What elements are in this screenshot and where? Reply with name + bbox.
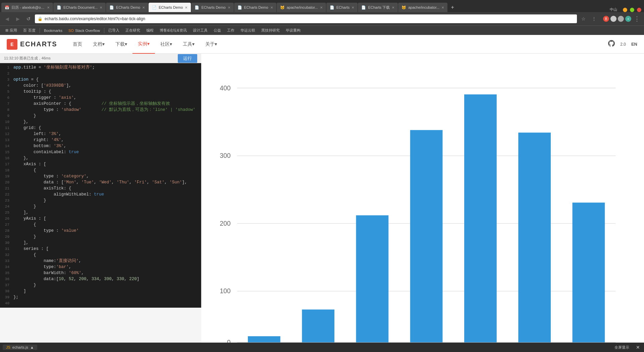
code-line-21: 21 axisTick: { [0,185,201,191]
reload-button[interactable]: ↺ [24,14,33,23]
svg-text:100: 100 [220,287,230,295]
code-line-39: 39 }; [0,294,201,300]
bookmark-research[interactable]: 正在研究 [123,27,143,34]
maximize-button[interactable] [630,8,634,12]
apps-icon: ⊞ [5,28,8,33]
nav-community-label: 社区▾ [160,41,172,47]
bookmarks-bar: ⊞ 应用 百 百度 Bookmarks SO Stack Overflow 已导… [0,26,644,35]
code-line-16: 16 }, [0,155,201,161]
tab-6-favicon: 📄 [237,5,242,10]
echarts-logo-icon: E [7,39,17,50]
code-line-15: 15 containLabel: true [0,149,201,155]
more-actions[interactable]: ⋮ [633,14,641,23]
tab-10-close[interactable]: ✕ [441,6,444,9]
tab-2-close[interactable]: ✕ [100,6,102,9]
bookmark-huayun[interactable]: 华运云联 [238,27,258,34]
tab-10[interactable]: 🐱 apache/incubator... ✕ [398,3,447,12]
main-content: 11:32:10 图表已生成，46ms 运行 1 app.title = '坐标… [0,54,644,343]
tab-8-close[interactable]: ✕ [352,6,354,9]
bookmark-charity[interactable]: 公益 [211,27,224,34]
close-button[interactable] [637,8,641,12]
stackoverflow-icon: SO [68,29,74,33]
lang-switch[interactable]: EN [631,42,637,47]
bookmark-star[interactable]: ☆ [579,14,588,23]
bottom-bar-close[interactable]: ✕ [635,345,641,350]
code-line-18: 18 { [0,167,201,173]
tab-9[interactable]: 📄 ECharts 下载 ✕ [358,3,398,12]
minimize-button[interactable] [623,8,627,12]
bookmark-stackoverflow[interactable]: SO Stack Overflow [66,28,103,33]
echarts-logo[interactable]: E ECHARTS [7,39,57,50]
file-item-echarts[interactable]: JS echarts.js ▲ [3,345,37,350]
js-file-icon: JS [6,345,10,349]
tab-4-close[interactable]: ✕ [185,6,187,9]
code-line-40: 40 [0,300,201,306]
nav-home[interactable]: 首页 [67,35,88,54]
bookmark-baidu-label: 百度 [28,28,36,33]
nav-about[interactable]: 关于▾ [200,35,222,54]
browser-window: 📅 日历 - alwxkxk@ou... ✕ 📄 ECharts Documen… [0,0,644,343]
code-line-19: 19 type : 'category', [0,173,201,179]
tab-9-label: ECharts 下载 [368,5,390,10]
forward-button[interactable]: ▶ [13,14,22,23]
back-button[interactable]: ◀ [3,14,11,23]
tab-6-close[interactable]: ✕ [270,6,273,9]
run-button[interactable]: 运行 [178,54,197,63]
nav-docs[interactable]: 文档▾ [88,35,110,54]
svg-text:400: 400 [220,84,230,92]
nav-right: 2.0 EN [608,40,637,48]
tab-4-label: ECharts Demo [159,5,183,9]
code-line-29: 29 } [0,234,201,240]
address-bar[interactable]: 🔒 echarts.baidu.com/examples/editor.html… [35,14,577,23]
nav-community[interactable]: 社区▾ [155,35,177,54]
tab-5[interactable]: 📄 ECharts Demo ✕ [191,3,233,12]
bookmark-baidu[interactable]: 百 百度 [20,27,38,34]
editor-panel: 1 app.title = '坐标轴刻度与标签对齐'; 2 3 option =… [0,63,201,308]
nav-tools[interactable]: 工具▾ [177,35,200,54]
nav-examples[interactable]: 实例▾ [132,35,155,54]
tab-1-close[interactable]: ✕ [47,6,50,9]
code-line-33: 33 name:'直接访问', [0,258,201,264]
bookmark-security[interactable]: 黑技持研究 [259,27,282,34]
nav-tools-label: 工具▾ [183,41,195,47]
echarts-navigation: E ECHARTS 首页 文档▾ 下载▾ 实例▾ 社区▾ 工具▾ 关于▾ [0,35,644,54]
tab-2[interactable]: 📄 ECharts Document... ✕ [53,3,106,12]
fullscreen-button[interactable]: 全屏显示 [612,344,632,351]
tab-4[interactable]: 📄 ECharts Demo ✕ [149,3,191,12]
code-line-11: 11 grid: { [0,125,201,131]
code-line-5: 5 tooltip : { [0,89,201,95]
browser-settings[interactable]: ⋮ [590,14,598,23]
chart-panel: 400 300 200 100 0 [201,54,644,343]
bar-chart: 400 300 200 100 0 [205,60,637,352]
tab-5-close[interactable]: ✕ [228,6,230,9]
github-icon[interactable] [608,40,615,48]
nav-examples-label: 实例▾ [138,41,150,47]
bookmark-work[interactable]: 工作 [224,27,237,34]
code-line-31: 31 series : [ [0,246,201,252]
tab-1[interactable]: 📅 日历 - alwxkxk@ou... ✕ [1,3,53,12]
tab-8[interactable]: 📄 ECharts ✕ [326,3,358,12]
bookmark-blog[interactable]: 博客&论坛&资讯 [157,27,190,34]
bar-tue [302,309,334,343]
nav-download[interactable]: 下载▾ [110,35,132,54]
bookmark-imported[interactable]: 已导入 [106,27,122,34]
editor-content[interactable]: 1 app.title = '坐标轴刻度与标签对齐'; 2 3 option =… [0,63,201,308]
tab-8-label: ECharts [336,5,350,9]
tab-3-close[interactable]: ✕ [142,6,145,9]
bookmark-graduation[interactable]: 毕设重构 [283,27,303,34]
tab-3[interactable]: 📄 ECharts Demo ✕ [106,3,148,12]
tab-9-close[interactable]: ✕ [392,6,394,9]
code-line-32: 32 { [0,252,201,258]
new-tab-button[interactable]: + [448,3,457,12]
tab-6[interactable]: 📄 ECharts Demo ✕ [234,3,276,12]
bookmark-programming[interactable]: 编程 [144,27,156,34]
nav-download-label: 下载▾ [115,41,127,47]
bookmark-design[interactable]: 设计工具 [190,27,210,34]
code-line-28: 28 type : 'value' [0,228,201,234]
bookmark-apps[interactable]: ⊞ 应用 [3,27,20,34]
address-text: echarts.baidu.com/examples/editor.html?c… [45,16,145,21]
tab-7[interactable]: 🐱 apache/incubator... ✕ [277,3,326,12]
tab-8-favicon: 📄 [330,5,334,10]
tab-7-close[interactable]: ✕ [320,6,323,9]
bookmark-bookmarks[interactable]: Bookmarks [41,28,65,33]
